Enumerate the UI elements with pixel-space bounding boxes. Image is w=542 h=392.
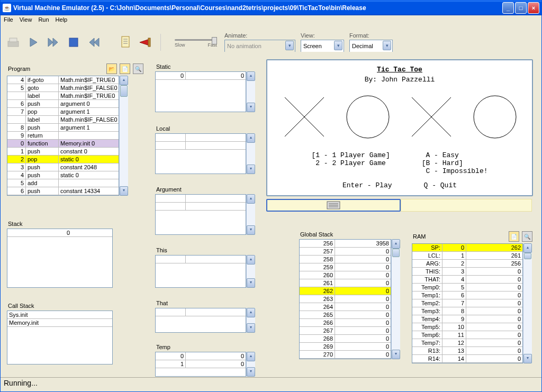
static-grid[interactable]: 00 xyxy=(155,71,246,112)
table-row[interactable]: R14:140 xyxy=(412,355,522,363)
table-row[interactable]: labelMath.min$IF_TRUE0 xyxy=(7,92,119,100)
table-row[interactable]: 2590 xyxy=(300,263,391,271)
table-row[interactable]: 2570 xyxy=(300,248,391,256)
ram-scrollbar[interactable]: ▴▾ xyxy=(523,243,532,363)
table-row[interactable]: 5add xyxy=(7,179,119,187)
menu-file[interactable]: File xyxy=(4,16,13,26)
global-stack-scrollbar[interactable]: ▴▾ xyxy=(391,239,400,359)
script-button[interactable] xyxy=(118,35,133,50)
speed-slider[interactable]: SlowFast xyxy=(173,38,219,48)
program-scrollbar[interactable]: ▴▾ xyxy=(119,76,128,196)
table-row[interactable]: Temp0:50 xyxy=(412,284,522,291)
table-row[interactable]: 7popargument 1 xyxy=(7,108,119,116)
keyboard-input-bar[interactable] xyxy=(266,199,401,212)
table-row[interactable]: 2600 xyxy=(300,271,391,279)
body-area: Program 📂 📄 🔍 4if-gotoMath.min$IF_TRUE05… xyxy=(1,52,541,380)
table-row[interactable]: 2670 xyxy=(300,327,391,335)
menu-view[interactable]: View xyxy=(20,16,32,26)
format-combo[interactable]: Decimal xyxy=(349,40,393,52)
table-row[interactable]: Temp3:80 xyxy=(412,307,522,315)
table-row[interactable]: R13:130 xyxy=(412,347,522,355)
breakpoint-button[interactable] xyxy=(138,35,153,50)
table-row[interactable]: Temp1:60 xyxy=(412,291,522,299)
table-row[interactable]: SP:0262 xyxy=(412,244,522,252)
table-row[interactable]: Temp5:100 xyxy=(412,323,522,331)
table-row[interactable]: 9return xyxy=(7,132,119,140)
table-row[interactable]: Temp7:120 xyxy=(412,339,522,347)
table-row[interactable]: 2620 xyxy=(300,287,391,295)
svg-rect-2 xyxy=(69,38,78,47)
table-row[interactable]: 00 xyxy=(156,352,246,360)
table-row[interactable]: THAT:40 xyxy=(412,276,522,284)
program-grid[interactable]: 4if-gotoMath.min$IF_TRUE05gotoMath.min$I… xyxy=(7,76,119,196)
table-row[interactable]: LCL:1261 xyxy=(412,252,522,260)
argument-scrollbar[interactable]: ▴▾ xyxy=(246,194,255,235)
static-scrollbar[interactable]: ▴▾ xyxy=(246,71,255,112)
find-icon[interactable]: 🔍 xyxy=(133,63,143,74)
rewind-button[interactable] xyxy=(86,35,101,50)
table-row[interactable]: 2690 xyxy=(300,343,391,351)
table-row[interactable]: 2610 xyxy=(300,279,391,287)
ram-grid[interactable]: SP:0262LCL:1261ARG:2256THIS:30THAT:40Tem… xyxy=(412,243,523,363)
table-row[interactable]: 4if-gotoMath.min$IF_TRUE0 xyxy=(7,76,119,84)
temp-grid[interactable]: 0010 xyxy=(155,352,246,377)
table-row[interactable]: 0functionMemory.init 0 xyxy=(7,140,119,148)
maximize-button[interactable]: □ xyxy=(515,2,527,14)
view-combo[interactable]: Screen xyxy=(301,40,344,52)
table-row[interactable]: 6pushconstant 14334 xyxy=(7,187,119,195)
table-row[interactable]: 1pushconstant 0 xyxy=(7,148,119,156)
table-row[interactable]: 2640 xyxy=(300,303,391,311)
program-title: Program xyxy=(8,66,30,72)
table-row[interactable]: Memory.init xyxy=(7,319,112,327)
menu-run[interactable]: Run xyxy=(38,16,49,26)
table-row[interactable]: 2630 xyxy=(300,295,391,303)
table-row[interactable]: Temp2:70 xyxy=(412,299,522,307)
stop-button[interactable] xyxy=(66,35,81,50)
stack-grid[interactable]: 0 xyxy=(7,229,113,288)
print-button xyxy=(6,35,21,50)
table-row[interactable]: labelMath.min$IF_FALSE0 xyxy=(7,116,119,124)
static-panel: Static 00 ▴▾ xyxy=(154,61,262,113)
table-row[interactable]: 5gotoMath.min$IF_FALSE0 xyxy=(7,84,119,92)
local-grid[interactable] xyxy=(155,133,246,174)
table-row[interactable]: 2popstatic 0 xyxy=(7,156,119,163)
local-scrollbar[interactable]: ▴▾ xyxy=(246,133,255,174)
table-row[interactable]: 3pushconstant 2048 xyxy=(7,163,119,171)
that-scrollbar[interactable]: ▴▾ xyxy=(246,308,255,333)
minimize-button[interactable]: _ xyxy=(502,2,514,14)
table-row[interactable]: 2700 xyxy=(300,351,391,359)
table-row[interactable]: 2580 xyxy=(300,256,391,263)
callstack-grid[interactable]: Sys.initMemory.init xyxy=(7,311,113,364)
temp-scrollbar[interactable]: ▴▾ xyxy=(246,352,255,377)
table-row[interactable]: 2563958 xyxy=(300,240,391,248)
open-folder-icon[interactable]: 📂 xyxy=(106,63,117,74)
table-row[interactable]: Sys.init xyxy=(7,311,112,319)
titlebar[interactable]: ☕ Virtual Machine Emulator (2.5) - C:\Jo… xyxy=(1,1,541,15)
table-row[interactable]: 2660 xyxy=(300,319,391,327)
table-row[interactable]: Temp6:110 xyxy=(412,331,522,339)
table-row[interactable]: 8pushargument 1 xyxy=(7,124,119,132)
table-row[interactable]: 4pushstatic 0 xyxy=(7,171,119,179)
new-file-icon[interactable]: 📄 xyxy=(120,63,130,74)
argument-grid[interactable] xyxy=(155,194,246,235)
global-stack-panel: Global Stack 256395825702580259026002610… xyxy=(298,229,403,360)
table-row[interactable]: 10 xyxy=(156,360,246,368)
table-row[interactable]: THIS:30 xyxy=(412,268,522,276)
table-row[interactable]: 2680 xyxy=(300,335,391,343)
this-scrollbar[interactable]: ▴▾ xyxy=(246,255,255,288)
table-row[interactable]: 00 xyxy=(156,72,246,80)
close-button[interactable]: × xyxy=(528,2,539,14)
table-row[interactable]: ARG:2256 xyxy=(412,260,522,268)
this-grid[interactable] xyxy=(155,255,246,288)
that-grid[interactable] xyxy=(155,308,246,333)
menu-help[interactable]: Help xyxy=(56,16,68,26)
ram-new-icon[interactable]: 📄 xyxy=(509,231,519,242)
table-row[interactable]: 6pushargument 0 xyxy=(7,100,119,108)
fast-forward-button[interactable] xyxy=(46,35,61,50)
step-button[interactable] xyxy=(26,35,41,50)
ram-find-icon[interactable]: 🔍 xyxy=(522,231,532,242)
global-stack-grid[interactable]: 2563958257025802590260026102620263026402… xyxy=(299,239,391,359)
table-row[interactable]: Temp4:90 xyxy=(412,315,522,323)
svg-rect-3 xyxy=(122,37,129,47)
table-row[interactable]: 2650 xyxy=(300,311,391,319)
